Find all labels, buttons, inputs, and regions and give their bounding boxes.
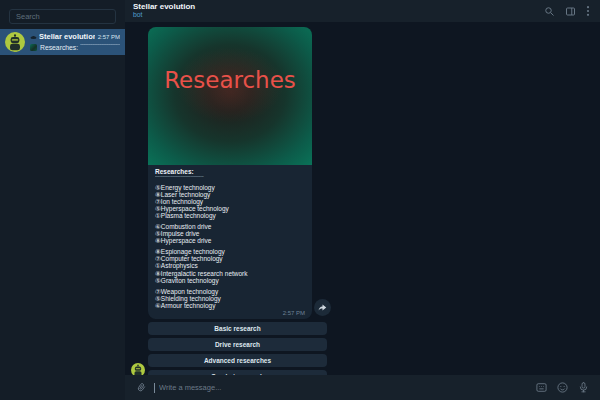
share-button[interactable] bbox=[314, 299, 331, 316]
message-time: 2:57 PM bbox=[283, 310, 305, 316]
research-line: ⑦Computer technology bbox=[155, 255, 305, 262]
research-line: ⑥Combustion drive bbox=[155, 223, 305, 230]
menu-dots-icon[interactable] bbox=[586, 5, 590, 17]
message-photo[interactable]: Researches bbox=[148, 27, 312, 165]
composer bbox=[125, 375, 600, 400]
chat-preview-dashes: ‾‾‾‾‾‾‾‾‾‾‾‾‾‾‾‾‾‾‾‾… bbox=[80, 44, 120, 51]
keyboard-button[interactable]: Advanced researches bbox=[148, 354, 327, 367]
research-line: ⑧Hyperspace drive bbox=[155, 237, 305, 244]
message-thumbnail bbox=[30, 44, 37, 51]
research-line: ⑧Laser technology bbox=[155, 191, 305, 198]
search-bar bbox=[0, 0, 125, 27]
telegram-window: Stellar evolution 2:57 PM Researches: ‾‾… bbox=[0, 0, 600, 400]
research-line: ①Astrophysics bbox=[155, 262, 305, 269]
chat-list-item-stellar-evolution[interactable]: Stellar evolution 2:57 PM Researches: ‾‾… bbox=[0, 29, 125, 55]
sidebar: Stellar evolution 2:57 PM Researches: ‾‾… bbox=[0, 0, 125, 400]
chat-pane: Stellar evolution bot bbox=[125, 0, 600, 400]
caption-divider: ‾‾‾‾‾‾‾‾‾‾‾‾‾‾‾‾‾‾‾ bbox=[155, 176, 305, 183]
inline-keyboard: Basic researchDrive researchAdvanced res… bbox=[148, 322, 327, 383]
chat-title: Stellar evolution bbox=[39, 32, 95, 41]
microphone-icon[interactable] bbox=[577, 381, 590, 394]
search-icon[interactable] bbox=[544, 6, 555, 17]
text-cursor bbox=[154, 383, 155, 393]
bot-message: Researches Researches: ‾‾‾‾‾‾‾‾‾‾‾‾‾‾‾‾‾… bbox=[148, 27, 312, 383]
research-line: ⑤Impulse drive bbox=[155, 230, 305, 237]
research-line: ⑥Armour technology bbox=[155, 302, 305, 309]
research-line: ①Plasma technology bbox=[155, 212, 305, 219]
chat-header-title: Stellar evolution bbox=[133, 3, 195, 11]
robot-icon bbox=[5, 32, 25, 52]
emoji-icon[interactable] bbox=[556, 381, 569, 394]
research-line: ⑤Energy technology bbox=[155, 184, 305, 191]
chat-time: 2:57 PM bbox=[98, 34, 120, 40]
chat-meta: Stellar evolution 2:57 PM Researches: ‾‾… bbox=[30, 32, 120, 53]
caption-sections: ⑤Energy technology⑧Laser technology⑦Ion … bbox=[155, 184, 305, 309]
chat-header: Stellar evolution bot bbox=[125, 0, 600, 22]
chat-avatar bbox=[5, 32, 25, 52]
panel-toggle-icon[interactable] bbox=[565, 6, 576, 17]
chat-preview: Researches: bbox=[40, 44, 78, 51]
attach-icon[interactable] bbox=[133, 379, 150, 396]
research-line: ⑦Weapon technology bbox=[155, 288, 305, 295]
research-line: ⑤Hyperspace technology bbox=[155, 205, 305, 212]
chat-header-subtitle: bot bbox=[133, 12, 195, 19]
research-line: ⑤Graviton technology bbox=[155, 277, 305, 284]
caption-title: Researches: bbox=[155, 168, 305, 176]
keyboard-button[interactable]: Drive research bbox=[148, 338, 327, 351]
research-line: ⑧Intergalactic research network bbox=[155, 270, 305, 277]
keyboard-button[interactable]: Basic research bbox=[148, 322, 327, 335]
message-caption: Researches: ‾‾‾‾‾‾‾‾‾‾‾‾‾‾‾‾‾‾‾ ⑤Energy … bbox=[148, 165, 312, 319]
bot-keyboard-icon[interactable] bbox=[535, 381, 548, 394]
research-line: ⑤Shielding technology bbox=[155, 295, 305, 302]
photo-title-text: Researches bbox=[148, 67, 312, 93]
search-input[interactable] bbox=[9, 9, 116, 24]
research-line: ⑦Ion technology bbox=[155, 198, 305, 205]
research-line: ⑧Espionage technology bbox=[155, 248, 305, 255]
share-arrow-icon bbox=[317, 302, 328, 313]
message-input[interactable] bbox=[157, 382, 527, 393]
ufo-icon bbox=[30, 34, 37, 40]
